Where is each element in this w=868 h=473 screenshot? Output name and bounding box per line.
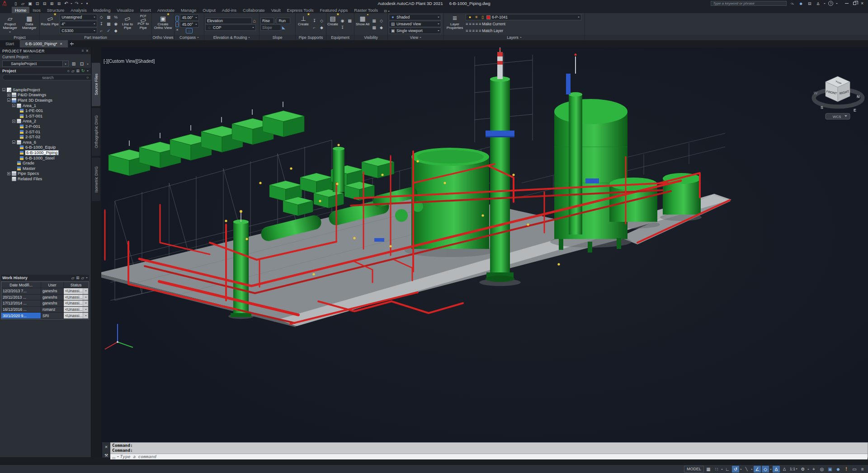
- autodesk-account-icon[interactable]: [815, 1, 821, 6]
- routing-mode-select[interactable]: COP: [205, 24, 256, 31]
- create-support-button[interactable]: Create: [297, 14, 310, 34]
- tab-raster-tools[interactable]: Raster Tools: [351, 7, 381, 13]
- equipment-modify-icon[interactable]: [346, 18, 353, 24]
- isolate-icon[interactable]: [371, 24, 377, 31]
- size-select[interactable]: 4": [60, 21, 97, 27]
- annotation-autoscale-icon[interactable]: [781, 466, 788, 473]
- wh-export-icon[interactable]: [76, 276, 79, 280]
- elevation-home-icon[interactable]: [253, 18, 256, 23]
- print-icon[interactable]: [56, 1, 62, 6]
- tree-item-area1[interactable]: Area_1: [0, 103, 91, 108]
- tree-item-2-st-01[interactable]: 2-ST-01: [0, 129, 91, 135]
- model-viewport[interactable]: [-][Custom View][Shaded]: [101, 47, 868, 457]
- viewcube-south[interactable]: S: [821, 105, 823, 110]
- work-history-row[interactable]: 12/2/2013 7...ganeshs <Unassi...: [1, 288, 89, 295]
- grid-toggle-icon[interactable]: [705, 466, 712, 473]
- tab-featured-apps[interactable]: Featured Apps: [317, 7, 351, 13]
- tree-item-related-files[interactable]: Related Files: [0, 176, 91, 182]
- viewport-config-select[interactable]: Single viewport: [389, 28, 441, 34]
- create-equipment-button[interactable]: Create: [327, 14, 338, 34]
- undo-dropdown-icon[interactable]: [71, 3, 72, 5]
- tree-search-icon[interactable]: [67, 69, 70, 73]
- search-icon[interactable]: [789, 1, 795, 5]
- command-tools-icon[interactable]: [104, 450, 108, 459]
- rise-input[interactable]: Rise: [260, 18, 274, 24]
- compass-angle-2[interactable]: 45.00°: [180, 21, 199, 28]
- equipment-nozzle-icon[interactable]: [339, 24, 346, 31]
- annotation-scale-button[interactable]: 1:1: [789, 466, 798, 473]
- isodraft-dropdown-icon[interactable]: [751, 469, 753, 471]
- recent-commands-icon[interactable]: [117, 456, 119, 458]
- status-menu-icon[interactable]: [859, 466, 866, 473]
- wh-report-icon[interactable]: [71, 276, 75, 280]
- tab-home[interactable]: Home: [12, 7, 29, 13]
- elevation-input[interactable]: Elevation: [205, 18, 252, 24]
- viewcube-east[interactable]: E: [854, 108, 856, 112]
- palette-close-icon[interactable]: [86, 48, 89, 53]
- create-ortho-view-button[interactable]: Create Ortho View: [153, 14, 173, 34]
- snap-magnet-toggle-icon[interactable]: [175, 22, 179, 27]
- show-all-button[interactable]: Show All: [355, 14, 370, 34]
- hide-selected-icon[interactable]: [371, 18, 377, 24]
- redo-dropdown-icon[interactable]: [81, 3, 83, 5]
- data-manager-button[interactable]: Data Manager: [20, 14, 39, 34]
- status-dropdown-icon[interactable]: [83, 313, 88, 318]
- check-icon[interactable]: [105, 28, 112, 34]
- isodraft-toggle-icon[interactable]: [743, 466, 750, 473]
- status-dropdown-icon[interactable]: [83, 295, 88, 300]
- side-tab-source-files[interactable]: Source Files: [92, 63, 100, 106]
- support-detach-icon[interactable]: [318, 18, 325, 24]
- wh-dropdown-icon[interactable]: [86, 277, 88, 279]
- equipment-attach-icon[interactable]: [339, 18, 346, 24]
- tab-output[interactable]: Output: [199, 7, 219, 13]
- status-dropdown-icon[interactable]: [83, 288, 88, 294]
- visual-style-select[interactable]: Shaded: [389, 14, 441, 20]
- section-dropdown-icon[interactable]: [87, 70, 89, 72]
- redo-icon[interactable]: [74, 1, 80, 6]
- tree-item-1-pe-001[interactable]: 1-PE-001: [0, 108, 91, 113]
- work-history-row-selected[interactable]: 30/1/2020 9...SRI <Unassi...: [1, 313, 89, 319]
- command-close-icon[interactable]: [105, 442, 108, 450]
- tab-vault[interactable]: Vault: [268, 7, 284, 13]
- customization-icon[interactable]: [810, 466, 817, 473]
- compass-angle-1[interactable]: 45.00°: [180, 14, 199, 21]
- tab-express-tools[interactable]: Express Tools: [284, 7, 317, 13]
- tree-item-2-p-001[interactable]: 2-P-001: [0, 124, 91, 129]
- work-history-row[interactable]: 16/12/2016 ...romanz <Unassi...: [1, 307, 89, 313]
- sign-in-icon[interactable]: [798, 1, 804, 6]
- compass-off-icon[interactable]: [175, 28, 179, 32]
- joint-icon[interactable]: [113, 28, 119, 34]
- help-icon[interactable]: [828, 1, 833, 6]
- tab-start[interactable]: Start: [0, 40, 20, 47]
- col-status[interactable]: Status: [64, 282, 88, 288]
- object-snap-tracking-icon[interactable]: [754, 466, 761, 473]
- spec-viewer-icon[interactable]: [105, 14, 112, 20]
- wh-add-icon[interactable]: [81, 276, 84, 280]
- unisolate-icon[interactable]: [378, 24, 385, 31]
- new-drawing-icon[interactable]: [71, 69, 75, 73]
- tree-item-area6[interactable]: Area_6: [0, 140, 91, 145]
- tab-addins[interactable]: Add-ins: [219, 7, 240, 13]
- keyword-search-input[interactable]: [711, 1, 787, 6]
- custom-parts-icon[interactable]: [113, 14, 119, 20]
- project-manager-button[interactable]: Project Manager: [1, 14, 19, 34]
- close-tab-icon[interactable]: [60, 42, 62, 46]
- isolate-objects-icon[interactable]: [818, 466, 826, 473]
- viewcube-north[interactable]: N: [857, 94, 860, 99]
- col-user[interactable]: User: [41, 282, 64, 288]
- slope-icon[interactable]: [282, 25, 285, 30]
- tab-annotate[interactable]: Annotate: [154, 7, 178, 13]
- tree-item-area2[interactable]: Area_2: [0, 119, 91, 124]
- plant-3d-model[interactable]: S E N W TOP FRONT RIGHT WCS: [101, 47, 868, 457]
- current-project-select[interactable]: SampleProject: [2, 61, 69, 67]
- tree-item-plant3d-drawings[interactable]: Plant 3D Drawings: [0, 98, 91, 103]
- trusted-source-icon[interactable]: [835, 466, 842, 473]
- work-history-row[interactable]: 20/11/2013 ...ganeshs <Unassi...: [1, 295, 89, 301]
- open-file-icon[interactable]: [20, 1, 26, 6]
- route-pipe-button[interactable]: Route Pipe: [41, 14, 59, 34]
- copy-report-dropdown-icon[interactable]: [87, 64, 89, 66]
- minimize-button[interactable]: [845, 3, 849, 4]
- undo-icon[interactable]: [63, 1, 69, 6]
- account-dropdown-icon[interactable]: [824, 3, 826, 5]
- named-view-select[interactable]: Unsaved View: [389, 21, 441, 27]
